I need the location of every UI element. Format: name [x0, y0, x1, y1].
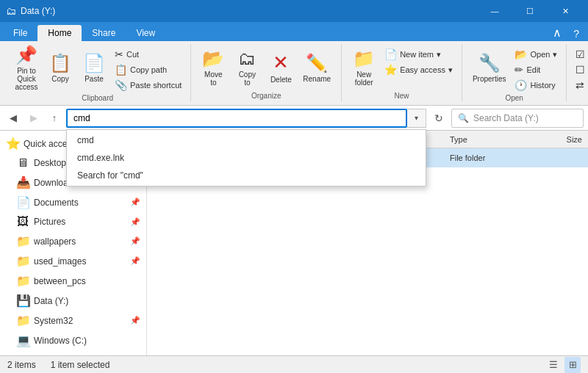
- wallpapers-icon: 📁: [16, 234, 29, 248]
- dropdown-item-search-cmd[interactable]: Search for "cmd": [67, 167, 426, 184]
- sidebar-data-y-label: Data (Y:): [34, 296, 68, 306]
- sidebar-item-between-pcs[interactable]: 📁 between_pcs: [0, 271, 146, 291]
- status-bar: 2 items 1 item selected ☰ ⊞: [0, 355, 588, 373]
- file-type-vm: File folder: [450, 153, 523, 162]
- sidebar-item-data-y[interactable]: 💾 Data (Y:): [0, 291, 146, 311]
- pin-icon: 📌: [15, 45, 37, 65]
- tab-file[interactable]: File: [3, 25, 37, 41]
- pin-to-quick-access-button[interactable]: 📌 Pin to Quickaccess: [10, 46, 43, 90]
- new-folder-button[interactable]: 📁 Newfolder: [348, 46, 380, 90]
- open-content: 🔧 Properties 📂 Open ▾ ✏ Edit 🕐 History: [468, 46, 561, 93]
- downloads-icon: 📥: [16, 175, 29, 189]
- sidebar-item-windows[interactable]: 💻 Windows (C:): [0, 330, 146, 350]
- select-all-button[interactable]: ☑ Select all: [573, 47, 588, 62]
- col-type: Type: [450, 135, 523, 144]
- help-button[interactable]: ?: [567, 26, 585, 41]
- title-bar: 🗂 Data (Y:) — ☐ ✕: [0, 0, 588, 22]
- copy-label: Copy: [51, 75, 68, 83]
- title-bar-title: Data (Y:): [21, 6, 478, 16]
- paste-shortcut-button[interactable]: 📎 Paste shortcut: [112, 78, 184, 93]
- tab-home[interactable]: Home: [37, 25, 82, 41]
- paste-label: Paste: [85, 75, 104, 83]
- windows-icon: 💻: [16, 333, 29, 347]
- onedrive-icon: ☁: [6, 353, 19, 355]
- dropdown-item-cmd[interactable]: cmd: [67, 131, 426, 149]
- address-dropdown-arrow[interactable]: ▾: [407, 109, 426, 128]
- history-button[interactable]: 🕐 History: [512, 78, 560, 93]
- sidebar-item-onedrive[interactable]: ☁ OneDrive - Personal: [0, 350, 146, 355]
- new-item-icon: 📄: [384, 48, 397, 60]
- pictures-pin-icon: 📌: [130, 217, 140, 227]
- list-view-button[interactable]: ☰: [545, 357, 562, 373]
- data-y-icon: 💾: [16, 294, 29, 308]
- ribbon-toggle[interactable]: ∧: [547, 24, 567, 41]
- open-group-label: Open: [505, 94, 523, 102]
- select-none-button[interactable]: ☐ Select none: [573, 62, 588, 77]
- organize-content: 📂 Moveto 🗂 Copyto ✕ Delete ✏️ Rename: [197, 46, 335, 90]
- properties-icon: 🔧: [478, 53, 501, 73]
- sidebar-item-system32[interactable]: 📁 System32 📌: [0, 311, 146, 330]
- sidebar-onedrive-label: OneDrive - Personal: [24, 355, 104, 356]
- nav-bar: ◀ ▶ ↑ ▾ cmd cmd.exe.lnk Search for "cmd"…: [0, 106, 588, 131]
- forward-button[interactable]: ▶: [25, 109, 43, 127]
- easy-access-icon: ⭐: [384, 64, 397, 76]
- search-box[interactable]: 🔍 Search Data (Y:): [451, 109, 584, 128]
- copy-button[interactable]: 📋 Copy: [44, 46, 76, 90]
- paste-shortcut-label: Paste shortcut: [130, 81, 182, 90]
- refresh-button[interactable]: ↻: [429, 109, 448, 128]
- sidebar-desktop-label: Desktop: [34, 158, 66, 168]
- sidebar-item-used-images[interactable]: 📁 used_images 📌: [0, 251, 146, 271]
- copy-to-button[interactable]: 🗂 Copyto: [231, 46, 263, 90]
- select-small-buttons: ☑ Select all ☐ Select none ⇄ Invert sele…: [573, 47, 588, 93]
- new-small-buttons: 📄 New item ▾ ⭐ Easy access ▾: [381, 47, 456, 77]
- used-images-pin-icon: 📌: [130, 256, 140, 266]
- move-to-label: Moveto: [204, 70, 222, 87]
- sidebar-item-pictures[interactable]: 🖼 Pictures 📌: [0, 212, 146, 231]
- delete-button[interactable]: ✕ Delete: [265, 46, 297, 90]
- cut-icon: ✂: [115, 48, 123, 60]
- properties-button[interactable]: 🔧 Properties: [468, 46, 511, 90]
- clipboard-group-label: Clipboard: [82, 94, 113, 102]
- new-folder-label: Newfolder: [355, 70, 373, 87]
- copy-path-label: Copy path: [130, 65, 167, 74]
- documents-icon: 📄: [16, 195, 29, 209]
- ribbon: 📌 Pin to Quickaccess 📋 Copy 📄 Paste ✂ Cu…: [0, 41, 588, 106]
- open-button[interactable]: 📂 Open ▾: [512, 47, 560, 62]
- copy-path-icon: 📋: [115, 64, 127, 76]
- used-images-icon: 📁: [16, 254, 29, 268]
- ribbon-group-organize: 📂 Moveto 🗂 Copyto ✕ Delete ✏️ Rename Org…: [191, 44, 342, 101]
- move-to-button[interactable]: 📂 Moveto: [197, 46, 229, 90]
- maximize-button[interactable]: ☐: [513, 0, 547, 22]
- tab-share[interactable]: Share: [82, 25, 126, 41]
- cut-button[interactable]: ✂ Cut: [112, 47, 184, 62]
- minimize-button[interactable]: —: [478, 0, 512, 22]
- invert-selection-button[interactable]: ⇄ Invert selection: [573, 78, 588, 93]
- easy-access-label: Easy access: [400, 65, 445, 74]
- address-bar-input[interactable]: [66, 109, 407, 128]
- up-button[interactable]: ↑: [46, 109, 63, 127]
- search-icon: 🔍: [458, 113, 469, 123]
- ribbon-group-select: ☑ Select all ☐ Select none ⇄ Invert sele…: [567, 44, 588, 101]
- details-view-button[interactable]: ⊞: [564, 357, 581, 373]
- dropdown-item-cmd-exe[interactable]: cmd.exe.lnk: [67, 149, 426, 167]
- organize-group-label: Organize: [251, 92, 282, 100]
- between-pcs-icon: 📁: [16, 274, 29, 288]
- edit-button[interactable]: ✏ Edit: [512, 62, 560, 77]
- pin-label: Pin to Quickaccess: [15, 67, 38, 91]
- edit-label: Edit: [526, 65, 540, 74]
- tab-view[interactable]: View: [126, 25, 165, 41]
- sidebar-used-images-label: used_images: [34, 256, 86, 267]
- close-button[interactable]: ✕: [548, 0, 582, 22]
- sidebar-item-documents[interactable]: 📄 Documents 📌: [0, 192, 146, 212]
- easy-access-button[interactable]: ⭐ Easy access ▾: [381, 62, 456, 77]
- new-item-button[interactable]: 📄 New item ▾: [381, 47, 456, 62]
- sidebar-item-wallpapers[interactable]: 📁 wallpapers 📌: [0, 231, 146, 251]
- select-all-icon: ☑: [576, 48, 585, 60]
- copy-path-button[interactable]: 📋 Copy path: [112, 62, 184, 77]
- paste-button[interactable]: 📄 Paste: [78, 46, 110, 90]
- rename-button[interactable]: ✏️ Rename: [298, 46, 335, 90]
- desktop-icon: 🖥: [16, 156, 29, 170]
- rename-icon: ✏️: [306, 53, 328, 73]
- wallpapers-pin-icon: 📌: [130, 236, 140, 246]
- back-button[interactable]: ◀: [4, 109, 22, 127]
